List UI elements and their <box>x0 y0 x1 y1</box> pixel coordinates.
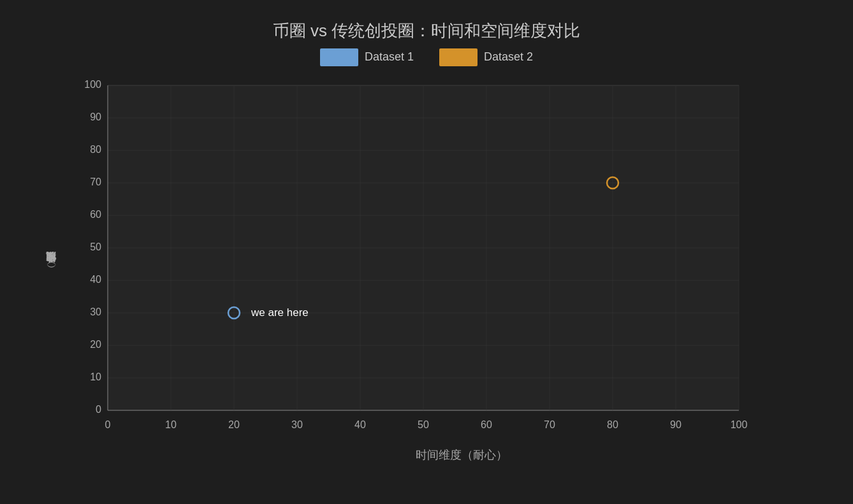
xtick-10: 10 <box>165 419 177 430</box>
ytick-10: 10 <box>91 371 102 382</box>
ytick-20: 20 <box>91 339 102 350</box>
legend-item-2: Dataset 2 <box>439 48 533 66</box>
xtick-40: 40 <box>354 419 366 430</box>
ytick-100: 100 <box>85 79 102 90</box>
xtick-90: 90 <box>670 419 682 430</box>
ytick-70: 70 <box>91 176 102 187</box>
chart-legend: Dataset 1 Dataset 2 <box>44 48 809 66</box>
dataset1-point-1-label: we are here <box>251 306 309 319</box>
legend-color-2 <box>439 48 478 66</box>
xtick-0: 0 <box>105 419 111 430</box>
chart-container: 币圈 vs 传统创投圈：时间和空间维度对比 Dataset 1 Dataset … <box>44 13 809 491</box>
xtick-20: 20 <box>228 419 240 430</box>
legend-label-1: Dataset 1 <box>365 50 414 64</box>
chart-svg: 100 90 80 70 60 50 40 30 20 10 0 0 10 20… <box>63 79 764 442</box>
xtick-70: 70 <box>544 419 555 430</box>
xtick-30: 30 <box>291 419 303 430</box>
legend-item-1: Dataset 1 <box>320 48 414 66</box>
ytick-90: 90 <box>91 112 102 122</box>
x-axis-label: 时间维度（耐心） <box>114 447 809 463</box>
ytick-40: 40 <box>91 274 102 285</box>
ytick-0: 0 <box>96 404 101 415</box>
xtick-60: 60 <box>481 419 492 430</box>
xtick-80: 80 <box>607 419 618 430</box>
xtick-100: 100 <box>731 419 748 430</box>
ytick-80: 80 <box>91 144 102 155</box>
chart-title: 币圈 vs 传统创投圈：时间和空间维度对比 <box>44 13 809 42</box>
legend-color-1 <box>320 48 358 66</box>
ytick-30: 30 <box>91 306 102 317</box>
svg-area: 100 90 80 70 60 50 40 30 20 10 0 0 10 20… <box>63 79 809 463</box>
xtick-50: 50 <box>418 419 429 430</box>
ytick-60: 60 <box>91 209 102 220</box>
chart-wrap: 空间维度（流动性和速度） <box>44 79 809 463</box>
ytick-50: 50 <box>91 241 102 252</box>
legend-label-2: Dataset 2 <box>484 50 533 64</box>
